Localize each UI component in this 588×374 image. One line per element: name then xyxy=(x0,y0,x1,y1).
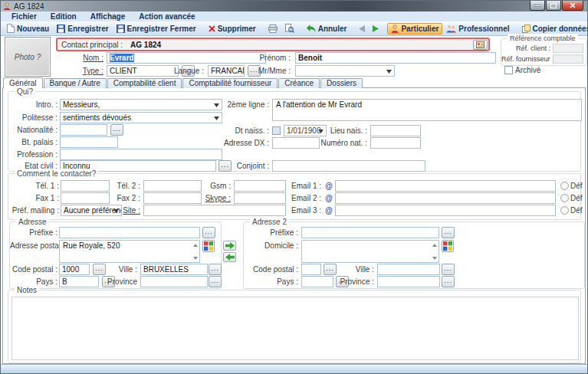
mrmme-combo[interactable] xyxy=(295,65,395,77)
notes-field[interactable] xyxy=(11,297,579,360)
dt-naiss-checkbox[interactable] xyxy=(272,126,281,135)
politesse-combo[interactable]: sentiments dévoués xyxy=(60,112,222,123)
numero-nat-field[interactable] xyxy=(370,137,421,149)
scroll-down-icon[interactable] xyxy=(431,254,438,261)
ville2-field[interactable] xyxy=(377,264,440,275)
scroll-up-icon[interactable] xyxy=(192,241,199,248)
ville2-browse-button[interactable]: ... xyxy=(442,264,455,275)
prefixe2-browse-button[interactable]: ... xyxy=(442,227,455,238)
tab-comptabilite-client[interactable]: Comptabilité client xyxy=(107,78,182,88)
email2-def-radio[interactable] xyxy=(560,194,569,202)
adresse2-title: Adresse 2 xyxy=(250,217,289,227)
notes-title: Notes xyxy=(15,285,39,295)
save-close-button[interactable]: Enregistrer Fermer xyxy=(113,23,200,34)
tab-general[interactable]: Général xyxy=(3,77,43,88)
photo-placeholder[interactable]: Photo ? xyxy=(5,37,51,77)
ville-field[interactable]: BRUXELLES xyxy=(140,264,208,275)
nationalite-field[interactable] xyxy=(60,124,107,136)
prefixe-browse-button[interactable]: ... xyxy=(202,227,215,238)
prefixe2-label: Préfixe : xyxy=(248,227,298,238)
menu-edition[interactable]: Edition xyxy=(44,11,84,21)
province2-field[interactable] xyxy=(377,276,440,287)
prenom-field[interactable]: Benoit xyxy=(295,52,496,64)
tel1-label: Tél. 1 : xyxy=(10,180,59,192)
ref-client-field xyxy=(553,44,583,53)
langue-field[interactable]: FRANCAIS xyxy=(208,65,245,77)
tab-creance[interactable]: Créance xyxy=(278,78,320,88)
email3-field[interactable] xyxy=(335,205,556,216)
map-button[interactable] xyxy=(442,240,454,252)
code-postal-field[interactable]: 1000 xyxy=(59,264,90,275)
menu-affichage[interactable]: Affichage xyxy=(84,11,133,21)
profession-field[interactable] xyxy=(60,149,222,160)
nom-field[interactable]: Evrard xyxy=(107,52,266,64)
email-at-icon[interactable]: @ xyxy=(324,181,333,191)
window-controls xyxy=(530,1,583,11)
province2-browse-button[interactable]: ... xyxy=(442,276,455,287)
email-at-icon[interactable]: @ xyxy=(324,205,333,215)
prefixe-field[interactable] xyxy=(59,227,200,238)
save-icon xyxy=(57,25,65,33)
email3-def-radio[interactable] xyxy=(560,206,569,215)
previous-arrow-icon xyxy=(359,25,365,32)
next-arrow-icon xyxy=(373,25,379,32)
fax1-label: Fax 1 : xyxy=(10,192,59,204)
type-field[interactable]: CLIENT xyxy=(107,65,179,77)
app-icon xyxy=(3,2,11,10)
save-button[interactable]: Enregistrer xyxy=(53,23,112,34)
ville-browse-button[interactable]: ... xyxy=(209,264,222,275)
email1-field[interactable] xyxy=(335,180,556,192)
new-button[interactable]: Nouveau xyxy=(3,22,53,34)
particulier-toggle[interactable]: Particulier xyxy=(387,23,442,34)
prefixe2-field[interactable] xyxy=(301,227,439,238)
application-window: AG 1824 Fichier Edition Affichage Action… xyxy=(0,0,588,374)
tab-dossiers[interactable]: Dossiers xyxy=(320,78,363,88)
scroll-down-icon[interactable] xyxy=(192,254,199,261)
adresse-postale-label: Adresse postale : xyxy=(10,240,57,251)
province-browse-button[interactable]: ... xyxy=(209,276,222,287)
contact-principal-value: AG 1824 xyxy=(130,41,473,49)
province-field[interactable] xyxy=(140,276,208,287)
close-button[interactable] xyxy=(562,1,583,11)
archive-checkbox[interactable] xyxy=(504,66,513,74)
site-field[interactable] xyxy=(143,205,286,216)
email2-field[interactable] xyxy=(335,192,556,204)
bt-palais-field[interactable] xyxy=(60,136,118,148)
contact-group: Comment le contacter? Tél. 1 : Tél. 2 : … xyxy=(8,173,581,220)
nom-label: Nom : xyxy=(74,52,103,64)
code-postal2-field[interactable] xyxy=(301,264,321,275)
ligne2-field[interactable]: A l'attention de Mr Evrard xyxy=(272,99,582,121)
menu-action-avancee[interactable]: Action avancée xyxy=(132,11,202,21)
site-label[interactable]: Site : xyxy=(91,205,140,216)
copy-ci-data-button[interactable]: Copier données de CI xyxy=(518,23,588,34)
tab-banque-autre[interactable]: Banque / Autre xyxy=(44,78,107,88)
email1-def-radio[interactable] xyxy=(560,182,569,190)
skype-label[interactable]: Skype : xyxy=(182,192,231,204)
delete-button[interactable]: Supprimer xyxy=(205,23,260,34)
lieu-nais-field[interactable] xyxy=(370,125,421,136)
domicile-field[interactable] xyxy=(301,240,439,263)
professionnel-toggle[interactable]: Professionnel xyxy=(442,23,513,34)
adresse-postale-field[interactable]: Rue Royale, 520 xyxy=(59,240,200,263)
type-label: Type : xyxy=(74,65,103,77)
pays2-field[interactable] xyxy=(301,276,333,287)
print-preview-button[interactable] xyxy=(281,22,298,34)
langue-label: Langue : xyxy=(171,65,204,77)
print-button[interactable] xyxy=(264,23,281,34)
scroll-up-icon[interactable] xyxy=(431,241,438,248)
copy-address-right-button[interactable] xyxy=(223,241,236,251)
undo-button[interactable]: Annuler xyxy=(303,23,351,34)
conjoint-field[interactable] xyxy=(272,160,425,172)
copy-address-left-button[interactable] xyxy=(223,252,236,262)
email-at-icon[interactable]: @ xyxy=(324,193,333,203)
menu-fichier[interactable]: Fichier xyxy=(5,11,44,21)
minimize-button[interactable] xyxy=(530,1,545,11)
previous-button[interactable] xyxy=(355,24,369,34)
map-button[interactable] xyxy=(202,240,215,252)
next-button[interactable] xyxy=(369,24,383,34)
province2-label: Province : xyxy=(330,276,374,287)
contact-lookup-button[interactable] xyxy=(473,40,488,50)
nationalite-browse-button[interactable]: ... xyxy=(110,124,123,136)
tab-comptabilite-fournisseur[interactable]: Comptabilité fournisseur xyxy=(182,78,278,88)
maximize-button[interactable] xyxy=(546,1,561,11)
